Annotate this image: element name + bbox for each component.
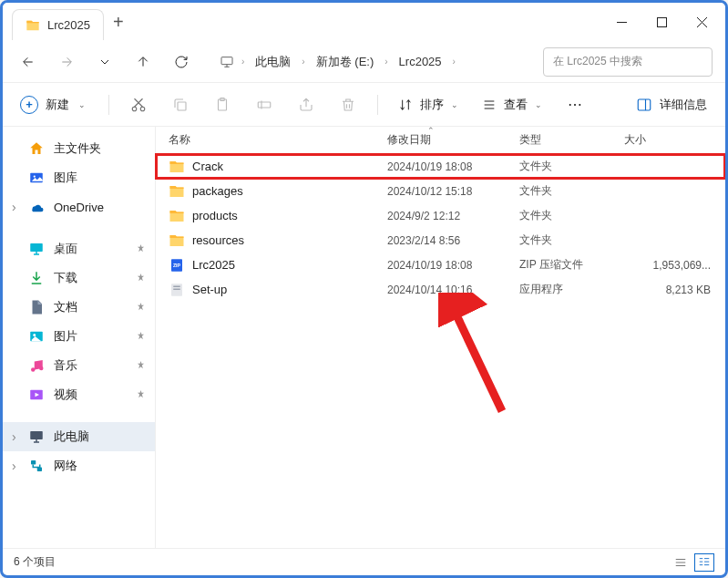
col-size[interactable]: 大小 (624, 132, 725, 148)
svg-rect-1 (221, 57, 232, 64)
sidebar-item-onedrive[interactable]: OneDrive (3, 192, 155, 222)
download-icon (28, 270, 45, 286)
toolbar: + 新建 ⌄ 排序 ⌄ 查看 ⌄ ⋯ 详细信息 (3, 83, 725, 127)
breadcrumb[interactable]: › 此电脑 › 新加卷 (E:) › Lrc2025 › (210, 46, 541, 77)
file-type: ZIP 压缩文件 (519, 257, 624, 273)
sidebar-item-pictures[interactable]: 图片 (3, 322, 155, 351)
sidebar-item-pc[interactable]: 此电脑 (3, 422, 155, 451)
cut-button[interactable] (120, 89, 157, 120)
up-button[interactable] (125, 46, 161, 78)
crumb-folder[interactable]: Lrc2025 (395, 53, 446, 70)
file-date: 2024/10/14 10:16 (387, 284, 519, 296)
chevron-down-icon: ⌄ (535, 100, 542, 109)
chevron-right-icon: › (241, 57, 244, 67)
crumb-drive[interactable]: 新加卷 (E:) (313, 52, 378, 72)
sidebar-item-label: OneDrive (54, 201, 104, 214)
info-icon (636, 97, 652, 113)
sidebar-item-home[interactable]: 主文件夹 (3, 134, 155, 163)
sidebar-item-label: 主文件夹 (54, 140, 101, 157)
pin-icon (136, 359, 146, 373)
svg-point-10 (34, 175, 36, 177)
svg-rect-24 (173, 288, 180, 290)
sidebar-item-network[interactable]: 网络 (3, 451, 155, 480)
sidebar-item-label: 视频 (54, 387, 77, 403)
file-type: 文件夹 (519, 159, 624, 174)
svg-point-14 (31, 367, 36, 372)
file-date: 2024/9/2 12:12 (387, 210, 519, 222)
details-view-button[interactable] (694, 553, 714, 572)
recent-button[interactable] (87, 46, 123, 78)
status-text: 6 个项目 (14, 554, 56, 570)
sidebar-item-label: 文档 (54, 299, 77, 315)
more-button[interactable]: ⋯ (557, 89, 593, 120)
sort-button[interactable]: 排序 ⌄ (389, 90, 467, 119)
file-date: 2024/10/19 18:08 (387, 160, 519, 173)
col-date[interactable]: 修改日期 (387, 132, 519, 148)
column-headers[interactable]: ⌃ 名称 修改日期 类型 大小 (156, 127, 725, 154)
window-tab[interactable]: Lrc2025 (12, 9, 104, 40)
list-view-button[interactable] (671, 553, 691, 572)
share-button[interactable] (288, 89, 324, 120)
forward-button[interactable] (48, 46, 85, 78)
file-row[interactable]: ZIPLrc2025 2024/10/19 18:08 ZIP 压缩文件 1,9… (156, 253, 725, 277)
sidebar-item-gallery[interactable]: 图库 (3, 163, 155, 192)
network-icon (28, 458, 45, 474)
pin-icon (136, 301, 146, 315)
sidebar-item-music[interactable]: 音乐 (3, 351, 155, 380)
copy-button[interactable] (162, 89, 199, 120)
file-type: 文件夹 (519, 208, 624, 223)
crumb-pc[interactable]: 此电脑 (251, 52, 294, 72)
col-name[interactable]: 名称 (169, 132, 387, 148)
svg-rect-0 (657, 17, 666, 26)
sidebar-item-document[interactable]: 文档 (3, 293, 155, 322)
sidebar-item-label: 图片 (54, 328, 77, 345)
file-name: Lrc2025 (192, 258, 235, 272)
delete-button[interactable] (330, 89, 366, 120)
minimize-button[interactable] (601, 3, 641, 41)
new-button[interactable]: + 新建 ⌄ (14, 90, 97, 119)
svg-rect-4 (178, 102, 186, 110)
statusbar: 6 个项目 (3, 548, 725, 575)
svg-rect-18 (31, 460, 36, 465)
close-button[interactable] (682, 3, 722, 41)
sidebar-item-desktop[interactable]: 桌面 (3, 234, 155, 263)
new-label: 新建 (46, 97, 69, 113)
svg-point-15 (39, 366, 44, 371)
file-date: 2023/2/14 8:56 (387, 234, 519, 247)
back-button[interactable] (10, 46, 46, 78)
sidebar-item-download[interactable]: 下载 (3, 263, 155, 293)
paste-button[interactable] (204, 89, 241, 120)
file-row[interactable]: Set-up 2024/10/14 10:16 应用程序 8,213 KB (156, 277, 725, 302)
svg-point-3 (140, 107, 145, 111)
file-row[interactable]: Crack 2024/10/19 18:08 文件夹 (156, 154, 725, 179)
svg-text:ZIP: ZIP (173, 263, 181, 268)
folder-icon (169, 183, 185, 200)
folder-icon (169, 208, 185, 224)
maximize-button[interactable] (641, 3, 682, 41)
folder-icon (169, 232, 185, 249)
refresh-button[interactable] (163, 46, 200, 78)
search-input[interactable]: 在 Lrc2025 中搜索 (543, 47, 713, 77)
sidebar-item-video[interactable]: 视频 (3, 380, 155, 409)
file-name: packages (192, 184, 243, 198)
view-label: 查看 (504, 97, 528, 113)
pin-icon (136, 243, 146, 256)
file-row[interactable]: products 2024/9/2 12:12 文件夹 (156, 203, 725, 228)
file-name: products (192, 209, 238, 222)
sidebar-item-label: 音乐 (54, 357, 77, 374)
file-row[interactable]: packages 2024/10/12 15:18 文件夹 (156, 179, 725, 203)
col-type[interactable]: 类型 (519, 132, 624, 148)
search-placeholder: 在 Lrc2025 中搜索 (553, 54, 642, 69)
rename-button[interactable] (246, 89, 282, 120)
file-date: 2024/10/19 18:08 (387, 259, 519, 272)
file-row[interactable]: resources 2023/2/14 8:56 文件夹 (156, 228, 725, 253)
pc-icon (28, 428, 45, 445)
sidebar-item-label: 图库 (54, 170, 77, 186)
details-label: 详细信息 (660, 97, 707, 113)
folder-icon (169, 159, 185, 175)
zip-icon: ZIP (169, 257, 185, 274)
details-pane-button[interactable]: 详细信息 (629, 97, 714, 113)
view-button[interactable]: 查看 ⌄ (473, 90, 551, 119)
new-tab-button[interactable]: + (113, 12, 124, 33)
file-date: 2024/10/12 15:18 (387, 185, 519, 198)
